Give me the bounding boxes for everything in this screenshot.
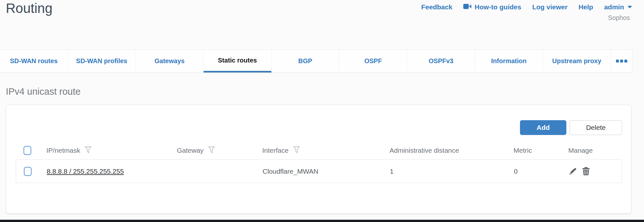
row-checkbox[interactable]: [24, 167, 32, 176]
select-all-checkbox[interactable]: [24, 146, 31, 155]
tab-ospf[interactable]: OSPF: [339, 50, 407, 72]
user-menu[interactable]: admin: [604, 3, 632, 11]
howto-guides-label: How-to guides: [475, 3, 521, 11]
more-tabs-button[interactable]: [611, 50, 632, 72]
static-routes-card: Add Delete IP/netmask Gateway Interface …: [6, 105, 631, 214]
tab-ospfv3[interactable]: OSPFv3: [407, 50, 475, 72]
tab-bar: SD-WAN routes SD-WAN profiles Gateways S…: [0, 49, 632, 73]
feedback-link[interactable]: Feedback: [421, 3, 452, 11]
tab-information[interactable]: Information: [475, 50, 543, 72]
tab-sdwan-profiles[interactable]: SD-WAN profiles: [68, 50, 136, 72]
table-toolbar: Add Delete: [520, 120, 622, 135]
interface-cell: Cloudflare_MWAN: [263, 168, 390, 175]
tab-gateways[interactable]: Gateways: [136, 50, 204, 72]
log-viewer-link[interactable]: Log viewer: [532, 3, 568, 11]
ellipsis-icon: [624, 60, 627, 63]
help-link[interactable]: Help: [579, 3, 593, 11]
table-header-row: IP/netmask Gateway Interface Administrat…: [16, 141, 622, 159]
filter-icon[interactable]: [85, 146, 91, 156]
chevron-down-icon: [628, 6, 632, 8]
tab-bgp[interactable]: BGP: [272, 50, 340, 72]
page-title: Routing: [6, 1, 53, 16]
howto-guides-link[interactable]: How-to guides: [463, 3, 521, 11]
column-header-gateway: Gateway: [177, 147, 204, 154]
filter-icon[interactable]: [293, 146, 300, 156]
tab-sdwan-routes[interactable]: SD-WAN routes: [0, 50, 68, 72]
user-menu-label: admin: [604, 3, 624, 11]
edit-icon[interactable]: [569, 167, 577, 176]
delete-button[interactable]: Delete: [570, 120, 622, 135]
add-button[interactable]: Add: [520, 120, 566, 135]
table-row: 8.8.8.8 / 255.255.255.255 Cloudflare_MWA…: [16, 159, 622, 183]
top-nav: Feedback How-to guides Log viewer Help a…: [421, 3, 632, 11]
tab-static-routes[interactable]: Static routes: [204, 50, 272, 72]
delete-icon[interactable]: [582, 167, 590, 176]
column-header-manage: Manage: [568, 147, 593, 154]
column-header-interface: Interface: [262, 147, 289, 154]
ellipsis-icon: [616, 60, 619, 63]
admin-distance-cell: 1: [390, 168, 514, 175]
column-header-metric: Metric: [514, 147, 532, 154]
page-header: Routing Feedback How-to guides Log viewe…: [0, 0, 644, 49]
section-title: IPv4 unicast route: [6, 86, 81, 97]
route-link[interactable]: 8.8.8.8 / 255.255.255.255: [47, 168, 124, 175]
tab-upstream-proxy[interactable]: Upstream proxy: [543, 50, 611, 72]
brand-label: Sophos: [608, 14, 630, 22]
filter-icon[interactable]: [208, 146, 215, 156]
metric-cell: 0: [514, 168, 569, 175]
column-header-ip-netmask: IP/netmask: [46, 147, 80, 154]
bottom-strip: [0, 220, 644, 222]
video-camera-icon: [463, 3, 472, 11]
ellipsis-icon: [620, 60, 623, 63]
column-header-admin-distance: Administrative distance: [389, 147, 459, 154]
